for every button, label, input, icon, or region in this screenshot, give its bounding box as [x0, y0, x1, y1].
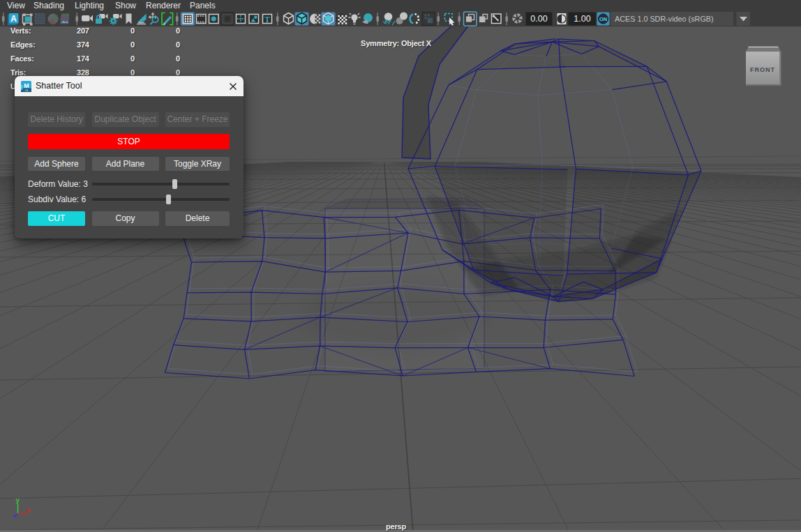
svg-text:x: x — [27, 506, 31, 514]
svg-text:1.00: 1.00 — [574, 14, 590, 24]
svg-text:ON: ON — [599, 16, 607, 22]
svg-text:M: M — [24, 82, 29, 89]
svg-text:0.00: 0.00 — [530, 14, 547, 24]
svg-text:MA: MA — [25, 89, 29, 92]
svg-text:ACES 1.0 SDR-video (sRGB): ACES 1.0 SDR-video (sRGB) — [615, 15, 714, 23]
svg-text:T: T — [264, 15, 270, 24]
svg-text:y: y — [16, 496, 20, 504]
svg-text:FRONT: FRONT — [750, 66, 775, 73]
svg-text:A: A — [10, 14, 17, 24]
